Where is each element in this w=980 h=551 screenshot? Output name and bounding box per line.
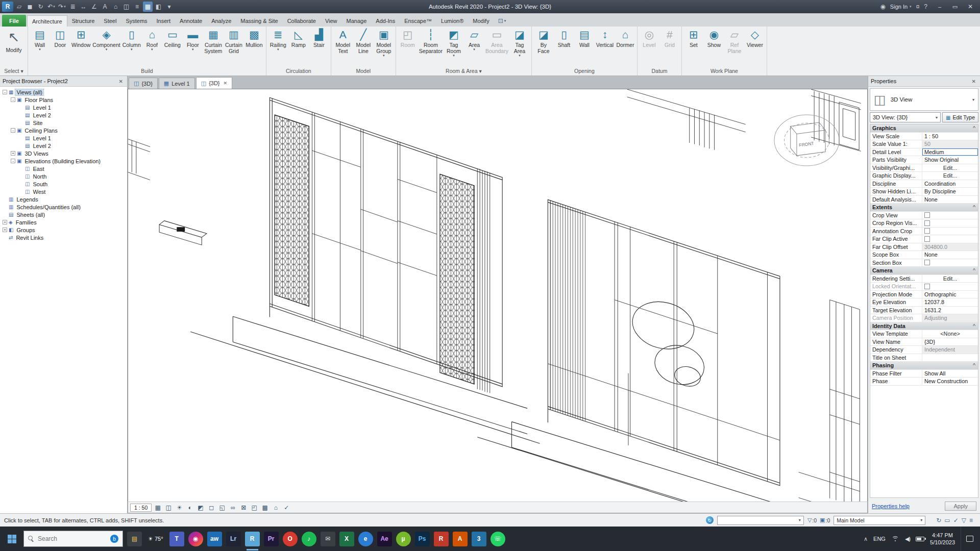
- ribbon-tab[interactable]: Modify: [468, 15, 494, 27]
- panel-label-model[interactable]: Model: [331, 67, 396, 76]
- type-selector-combo[interactable]: 3D View: {3D}: [870, 112, 941, 122]
- analytical-model-icon[interactable]: ⌂: [271, 503, 280, 512]
- ribbon-tab[interactable]: Steel: [99, 15, 121, 27]
- battery-icon[interactable]: [916, 537, 924, 541]
- property-value[interactable]: Coordination: [922, 180, 978, 188]
- premiere[interactable]: Pr: [264, 532, 279, 546]
- qat-customize-icon[interactable]: ▾: [164, 2, 174, 12]
- ribbon-tool[interactable]: ▩ Mullion: [244, 28, 264, 48]
- property-row[interactable]: Crop Region Vis...: [870, 219, 978, 228]
- panel-label-work-plane[interactable]: Work Plane: [682, 67, 767, 76]
- tree-item[interactable]: ▥ Schedules/Quantities (all): [0, 203, 127, 211]
- property-row[interactable]: Phase New Construction: [870, 378, 978, 386]
- thin-lines-icon[interactable]: ≡: [132, 2, 142, 12]
- panel-label-room-area[interactable]: Room & Area ▾: [396, 67, 531, 76]
- project-browser-header[interactable]: Project Browser - Project2 ✕: [0, 76, 127, 87]
- property-value[interactable]: By Discipline: [922, 188, 978, 195]
- tree-item[interactable]: - ▣ Elevations (Building Elevation): [0, 157, 127, 165]
- ribbon-tool[interactable]: # Grid: [659, 28, 680, 48]
- property-row[interactable]: Phase Filter Show All: [870, 370, 978, 378]
- render-icon[interactable]: ◩: [196, 503, 205, 512]
- revit[interactable]: R: [245, 532, 260, 546]
- property-row[interactable]: Visibility/Graphi... Edit...: [870, 164, 978, 172]
- tree-expander[interactable]: -: [3, 90, 7, 94]
- ribbon-tool[interactable]: ▤ Wall: [30, 28, 50, 52]
- property-row[interactable]: Graphics: [870, 124, 978, 133]
- properties-header[interactable]: Properties ✕: [868, 76, 980, 87]
- ribbon-tool[interactable]: ◺ Ramp: [288, 28, 309, 48]
- mail[interactable]: ✉: [321, 532, 335, 546]
- ribbon-tool[interactable]: ↕ Vertical: [595, 28, 615, 48]
- tree-item[interactable]: ▤ Level 2: [0, 142, 127, 149]
- view-tab[interactable]: ◫ {3D}: [129, 78, 158, 89]
- property-row[interactable]: Far Clip Offset 304800.0: [870, 243, 978, 252]
- ribbon-tool[interactable]: ▬ Floor: [183, 28, 203, 52]
- property-row[interactable]: Default Analysis... None: [870, 196, 978, 204]
- start-button[interactable]: [0, 527, 23, 551]
- tree-item[interactable]: - ▦ Views (all): [0, 88, 127, 96]
- tree-expander[interactable]: -: [11, 159, 15, 163]
- ribbon-tab[interactable]: Collaborate: [283, 15, 321, 27]
- property-row[interactable]: Camera: [870, 267, 978, 275]
- visual-style-icon[interactable]: ◫: [164, 503, 173, 512]
- property-value[interactable]: [922, 283, 978, 290]
- property-value[interactable]: 50: [922, 140, 978, 148]
- store-cart-icon[interactable]: ¤: [916, 3, 920, 10]
- photoshop[interactable]: Ps: [415, 532, 430, 546]
- tree-item[interactable]: ▥ Legends: [0, 195, 127, 203]
- property-value[interactable]: New Construction: [922, 378, 978, 385]
- property-value[interactable]: Adjusting: [922, 314, 978, 322]
- property-row[interactable]: Title on Sheet: [870, 354, 978, 362]
- edit-type-button[interactable]: ▦ Edit Type: [942, 112, 978, 122]
- ribbon-tool[interactable]: ◰ Room: [398, 28, 418, 48]
- ribbon-tool[interactable]: ◪ By Face: [533, 28, 554, 55]
- tree-item[interactable]: ⇄ Revit Links: [0, 234, 127, 241]
- properties-help-link[interactable]: Properties help: [872, 503, 910, 509]
- ribbon-tool[interactable]: A Model Text: [333, 28, 353, 55]
- print-icon[interactable]: ≣: [68, 2, 78, 12]
- ribbon-tool[interactable]: ▤ Wall: [574, 28, 595, 48]
- instagram[interactable]: ◉: [188, 532, 203, 546]
- opera[interactable]: O: [283, 532, 298, 546]
- property-row[interactable]: Discipline Coordination: [870, 180, 978, 188]
- property-row[interactable]: Locked Orientat...: [870, 283, 978, 291]
- ribbon-tool[interactable]: ◪ Tag Area: [509, 28, 530, 58]
- notification-center-button[interactable]: [961, 527, 978, 551]
- property-row[interactable]: Target Elevation 1631.2: [870, 307, 978, 315]
- type-selector-preview[interactable]: ◫ 3D View ▾: [870, 88, 978, 111]
- property-row[interactable]: Crop View: [870, 212, 978, 220]
- property-row[interactable]: View Name {3D}: [870, 338, 978, 346]
- view-tab[interactable]: ▦ Level 1: [159, 78, 195, 89]
- ribbon-tool[interactable]: ▣ Model Group: [374, 28, 394, 58]
- show-crop-region-icon[interactable]: ◱: [217, 503, 227, 512]
- tree-item[interactable]: ▤ Level 1: [0, 134, 127, 142]
- close-icon[interactable]: ✕: [970, 79, 977, 84]
- revit-logo-icon[interactable]: R: [2, 2, 13, 12]
- property-row[interactable]: Section Box: [870, 259, 978, 267]
- ribbon-tool[interactable]: ◎ Level: [639, 28, 659, 48]
- spotify[interactable]: ♪: [302, 532, 316, 546]
- save-icon[interactable]: ◼: [25, 2, 35, 12]
- property-value[interactable]: Edit...: [922, 172, 978, 180]
- panel-label-opening[interactable]: Opening: [532, 67, 637, 76]
- taskbar-search[interactable]: b: [23, 531, 123, 547]
- view-scale-button[interactable]: 1 : 50: [130, 504, 152, 512]
- tree-expander[interactable]: +: [3, 220, 7, 224]
- panel-label-select[interactable]: Select ▾: [0, 67, 28, 76]
- editable-elements-count[interactable]: ▣:0: [820, 517, 830, 523]
- active-workset-select[interactable]: [717, 516, 804, 525]
- file-tab[interactable]: File: [2, 15, 26, 27]
- viewcube[interactable]: FRONT: [774, 115, 839, 166]
- checkbox[interactable]: [924, 220, 930, 226]
- worksharing-status-icon[interactable]: ↻: [706, 516, 714, 524]
- tree-item[interactable]: ▤ Level 2: [0, 111, 127, 119]
- view-tab[interactable]: ◫ {3D} ✕: [196, 77, 232, 89]
- property-value[interactable]: [922, 212, 978, 219]
- checkbox[interactable]: [924, 260, 930, 265]
- close-icon[interactable]: ✕: [117, 79, 125, 84]
- ribbon-tab[interactable]: Lumion®: [436, 15, 468, 27]
- ribbon-tool[interactable]: ◉ Show: [704, 28, 724, 48]
- ribbon-tool[interactable]: ◫ Door: [50, 28, 70, 48]
- checkbox[interactable]: [924, 212, 930, 218]
- language-indicator[interactable]: ENG: [873, 536, 886, 542]
